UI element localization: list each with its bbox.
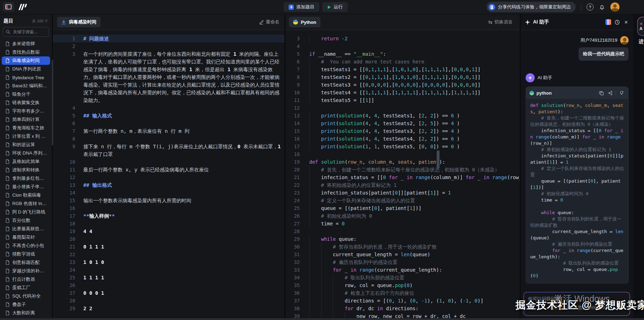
help-icon[interactable]: ? [587,4,594,11]
sidebar-item[interactable]: Cion 勒索病毒 [2,191,50,199]
code-line[interactable]: 7 testSeats1 = [[0,1,1,1],[1,0,1,0],[1,1… [285,66,520,73]
md-line[interactable]: 20 [53,235,284,243]
code-line[interactable]: 38 for dr, dc in directions: [285,305,520,312]
md-line[interactable]: 2 [53,42,284,50]
sidebar-item[interactable]: 最小替换子串长度 [2,183,50,191]
sidebar-item[interactable]: 不再贪心的小包 [2,241,50,250]
add-question-button[interactable]: 添加题目 [284,2,319,12]
sidebar-item[interactable]: RGB 色值转 Integer [2,199,50,208]
share-banner[interactable]: 分享代码练习体验，领限量定制周边 [486,2,576,12]
code-line[interactable]: 31 current_queue_length = len(queue) [285,251,520,258]
sidebar-item[interactable]: 链表聚集交换 [2,98,50,107]
hint-lightbulb-icon[interactable] [618,90,625,96]
sidebar-item[interactable]: 青海湖租车之旅 [2,124,50,132]
code-line[interactable]: 34 # 取出队列头部的感染位置 [285,274,520,281]
md-line[interactable]: 292 2 [53,305,284,312]
md-line[interactable]: 10 [53,158,284,166]
code-line[interactable]: 12 [285,104,520,112]
history-icon[interactable] [614,19,620,25]
md-line[interactable]: 5## 输入格式 [53,112,284,120]
code-line[interactable]: 35 row, col = queue.pop(0) [285,281,520,289]
md-line[interactable]: 16 [53,204,284,212]
sidebar-item[interactable]: 简单四则计算 [2,115,50,124]
code-line[interactable]: 15 print(solution(4, 4, testSeats3, [2, … [285,127,520,135]
sidebar-item[interactable]: 病毒感染时间 [2,56,50,65]
code-line[interactable]: 11 testSeats5 = [[1]] [285,96,520,104]
code-line[interactable]: 29 while queue: [285,235,520,243]
edge-floating-char[interactable]: 进 [639,39,644,45]
sidebar-item[interactable]: 环状 DNA 序列整理 [2,149,50,157]
code-line[interactable]: 13 print(solution(4, 4, testSeats1, [2, … [285,112,520,120]
md-line[interactable]: 13## 输出格式 [53,181,284,189]
code-line[interactable]: 17 print(solution(1, 1, testSeats5, [0, … [285,143,520,150]
code-line[interactable]: 32 # 遍历当前队列中的感染位置 [285,258,520,266]
insert-code-icon[interactable] [607,90,613,96]
code-line[interactable]: 21 infection_status = [[0 for _ in range… [285,173,520,181]
code-line[interactable]: 4 [285,42,520,50]
md-line[interactable]: 12 [53,173,284,181]
user-avatar[interactable] [610,2,619,12]
sidebar-item[interactable]: 创意标题匹配 [2,258,50,267]
sidebar-toggle-button[interactable] [3,2,14,12]
md-line[interactable]: 231 0 1 0 [53,258,284,266]
sidebar-item[interactable]: 及格如此简单 [2,157,50,166]
code-line[interactable]: 19def solution(row_n, column_m, seats, p… [285,158,520,166]
run-button[interactable]: 运行 [322,2,348,12]
sidebar-item[interactable]: 百分位数 [2,216,50,225]
code-line[interactable]: 20 # 首先，创建一个二维数组来标记每个座位的感染状态，初始值都为 0（未感染… [285,166,520,173]
code-line[interactable]: 23 infection_status[patient[0]][patient[… [285,189,520,197]
close-icon[interactable]: ✕ [623,19,629,25]
sidebar-item[interactable]: 暴雨梨花针 [2,233,50,241]
code-line[interactable]: 25 queue = [(patient[0], patient[1])] [285,204,520,212]
sidebar-item[interactable]: 猫鱼分干 [2,90,50,98]
sidebar-item[interactable]: 字符串有多少种可... [2,107,50,115]
theme-flag-icon[interactable] [605,19,611,25]
md-line[interactable]: 8 [53,135,284,143]
code-line[interactable]: 8 testSeats2 = [[0,1,1,1],[1,0,1,0],[1,1… [285,73,520,81]
code-line[interactable]: 3 return -2 [285,35,520,42]
code-editor[interactable]: 3 return -24 5if __name__ == "__main__":… [285,30,520,320]
switch-language-button[interactable]: ⇆ 切换语言 [488,19,513,25]
sidebar-item[interactable]: 蛋糕工厂 [2,284,50,292]
md-line[interactable]: 26 [53,281,284,289]
tab-problem[interactable]: 病毒感染时间 [57,17,101,27]
sidebar-item[interactable]: 大数和距离 [2,309,50,317]
md-line[interactable]: 251 1 1 1 [53,274,284,281]
sidebar-item[interactable]: 叠盘子 [2,300,50,309]
sidebar-scrollbar-thumb[interactable] [52,60,53,145]
search-input[interactable] [12,29,46,35]
md-line[interactable]: 22 [53,251,284,258]
sidebar-item[interactable]: 阿 D 的飞行路线 [2,208,50,216]
md-line[interactable]: 3在一个封闭的房间里摆满了座位，每个座位东西向和南北向都有固定 1 米的间隔。座… [53,50,284,104]
code-line[interactable]: 16 print(solution(4, 4, testSeats4, [2, … [285,135,520,143]
code-line[interactable]: 28 [285,227,520,235]
code-line[interactable]: 6 # You can add more test cases here [285,58,520,66]
sidebar-item[interactable]: 和的逆运算 [2,141,50,149]
code-line[interactable]: 26 # 初始化感染时间为 0 [285,212,520,220]
sidebar-item[interactable]: Base32 编码和解码 [2,82,50,90]
code-line[interactable]: 9 testSeats3 = [[0,0,0,0],[0,0,0,0],[0,0… [285,81,520,89]
sidebar-item[interactable]: 进制求和转换 [2,166,50,174]
code-line[interactable]: 33 for _ in range(current_queue_length): [285,266,520,274]
code-line[interactable]: 36 # 检查上下左右四个方向的座位 [285,289,520,297]
ai-floating-widget[interactable]: ✳ A [637,17,644,36]
sidebar-item[interactable]: DNA 序列还原 [2,65,50,73]
md-line[interactable]: 14 [53,189,284,197]
code-line[interactable]: 24 # 定义一个队列来存储当前感染的人的位置 [285,197,520,204]
md-line[interactable]: 1# 问题描述 [53,35,284,42]
sidebar-item[interactable]: 多米诺骨牌 [2,40,50,48]
sidebar-item[interactable]: SQL 代码补全 [2,292,50,300]
sidebar-item[interactable]: 比赛最高获胜次数 [2,225,50,233]
sidebar-item[interactable]: 拿到最多红包金额 [2,174,50,183]
code-line[interactable]: 27 time = 0 [285,220,520,227]
tab-python[interactable]: Python [289,17,320,27]
code-line[interactable]: 14 print(solution(4, 4, testSeats2, [2, … [285,120,520,127]
md-line[interactable]: 194 4 [53,227,284,235]
md-line[interactable]: 4 [53,104,284,112]
sidebar-item[interactable]: 计算位置 x 到 y 的... [2,132,50,141]
search-box[interactable] [3,27,49,37]
sidebar-item[interactable]: 查找热点数据 [2,48,50,56]
code-line[interactable]: 18 [285,150,520,158]
md-line[interactable]: 6 [53,120,284,127]
md-line[interactable]: 28 [53,297,284,305]
